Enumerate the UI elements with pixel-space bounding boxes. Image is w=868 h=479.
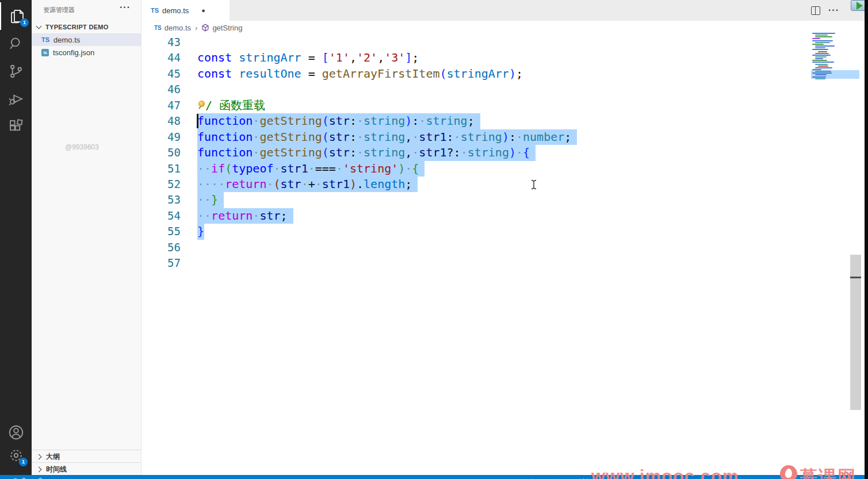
breadcrumb-file[interactable]: demo.ts <box>165 24 191 32</box>
whitespace-dot: · <box>197 177 204 191</box>
breadcrumb[interactable]: TS demo.ts › getString <box>142 21 868 35</box>
screen-edge-strip <box>865 0 868 479</box>
file-item-tsconfig[interactable]: ts tsconfig.json <box>32 46 141 59</box>
code-line[interactable]: 45const resultOne = getArrayFirstItem(st… <box>142 66 865 82</box>
line-text: ··if(typeof·str1·===·'string')·{ <box>197 161 425 177</box>
line-number[interactable]: 43 <box>142 35 197 50</box>
minimap-line <box>812 60 827 61</box>
minimap-line <box>812 40 833 41</box>
code-line[interactable]: 54··return·str; <box>142 208 865 224</box>
whitespace-dot: · <box>516 130 523 144</box>
minimap-line <box>812 72 832 74</box>
whitespace-dot: · <box>336 162 343 175</box>
minimap[interactable] <box>811 32 861 83</box>
settings-badge: 1 <box>19 458 28 466</box>
code-line[interactable]: 52····return·(str·+·str1).length; <box>142 177 865 192</box>
chevron-right-icon <box>36 466 42 472</box>
whitespace-dot: · <box>516 145 523 159</box>
whitespace-dot: · <box>204 209 211 223</box>
folder-header[interactable]: TYPESCRIPT DEMO <box>32 21 141 33</box>
whitespace-dot: · <box>315 177 322 191</box>
scrollbar-thumb[interactable] <box>850 255 861 410</box>
line-text: } <box>197 224 204 239</box>
code-line[interactable]: 44const stringArr = ['1','2','3']; <box>142 50 865 66</box>
minimap-line <box>815 67 832 68</box>
search-icon <box>7 35 25 52</box>
line-number[interactable]: 47 <box>142 98 197 113</box>
line-number[interactable]: 46 <box>142 82 197 97</box>
code-line[interactable]: 56 <box>142 240 865 255</box>
sidebar-header: 资源管理器 ··· <box>32 0 141 20</box>
whitespace-dot: · <box>357 145 364 159</box>
minimap-line <box>815 45 835 47</box>
tab-demo-ts[interactable]: TS demo.ts ● <box>142 0 230 21</box>
line-number[interactable]: 55 <box>142 224 197 239</box>
code-line[interactable]: 55} <box>142 224 865 239</box>
line-number[interactable]: 56 <box>142 240 197 255</box>
activity-settings[interactable]: 1 <box>0 442 32 469</box>
activity-search[interactable] <box>0 30 32 58</box>
editor-more-actions-icon[interactable]: ··· <box>828 5 839 16</box>
sidebar: 资源管理器 ··· TYPESCRIPT DEMO TS demo.ts ts … <box>32 0 142 475</box>
code-line[interactable]: 53··} <box>142 192 865 208</box>
minimap-line <box>815 53 829 54</box>
panel-label: 时间线 <box>46 465 67 474</box>
line-number[interactable]: 54 <box>142 208 197 224</box>
modified-dot-icon[interactable]: ● <box>201 7 205 14</box>
chevron-right-icon <box>36 454 42 459</box>
code-editor[interactable]: 4344const stringArr = ['1','2','3'];45co… <box>142 35 865 475</box>
breadcrumb-symbol[interactable]: getString <box>212 24 242 32</box>
source-control-icon <box>7 63 25 80</box>
mouse-ibeam-cursor <box>530 179 537 190</box>
line-number[interactable]: 51 <box>142 161 197 177</box>
split-editor-icon[interactable] <box>811 6 820 15</box>
whitespace-dot: · <box>419 114 426 128</box>
line-text: const stringArr = ['1','2','3']; <box>197 50 419 66</box>
code-line[interactable]: 48function·getString(str:·string):·strin… <box>142 113 865 129</box>
line-number[interactable]: 44 <box>142 50 197 66</box>
sidebar-title: 资源管理器 <box>43 6 75 14</box>
minimap-line <box>818 66 828 67</box>
code-line[interactable]: 43 <box>142 35 865 50</box>
line-number[interactable]: 45 <box>142 66 197 82</box>
lightbulb-icon[interactable] <box>197 101 205 111</box>
code-line[interactable]: 51··if(typeof·str1·===·'string')·{ <box>142 161 865 177</box>
tab-label: demo.ts <box>162 6 189 15</box>
code-line[interactable]: 57 <box>142 255 865 271</box>
account-icon <box>7 424 25 441</box>
problems-indicator[interactable]: ⊘ 0 △ 0 <box>13 477 43 479</box>
file-name: tsconfig.json <box>53 48 94 57</box>
code-line[interactable]: 49function·getString(str:·string,·str1:·… <box>142 129 865 145</box>
ts-file-icon: TS <box>151 7 159 14</box>
whitespace-dot: · <box>405 162 412 175</box>
activity-explorer[interactable]: 1 <box>0 2 33 30</box>
line-number[interactable]: 49 <box>142 129 197 145</box>
breadcrumb-separator: › <box>195 24 197 32</box>
more-actions-icon[interactable]: ··· <box>120 2 131 13</box>
minimap-line <box>812 76 826 78</box>
activity-source-control[interactable] <box>0 58 32 85</box>
timeline-panel-header[interactable]: 时间线 <box>32 462 141 476</box>
line-number[interactable]: 52 <box>142 177 197 192</box>
code-line[interactable]: 50function·getString(str:·string,·str1?:… <box>142 145 865 160</box>
line-number[interactable]: 48 <box>142 113 197 129</box>
whitespace-dot: · <box>197 162 204 175</box>
whitespace-dot: · <box>454 130 461 144</box>
whitespace-dot: · <box>253 209 259 223</box>
file-item-demo-ts[interactable]: TS demo.ts <box>32 33 141 46</box>
whitespace-dot: · <box>197 193 204 206</box>
whitespace-dot: · <box>301 177 308 191</box>
activity-run-debug[interactable] <box>0 85 32 113</box>
outline-panel-header[interactable]: 大纲 <box>32 450 141 463</box>
whitespace-dot: · <box>308 162 315 175</box>
minimap-line <box>812 49 828 50</box>
code-line[interactable]: 46 <box>142 82 865 97</box>
code-line[interactable]: 47/ 函数重载 <box>142 98 865 113</box>
line-number[interactable]: 57 <box>142 255 197 271</box>
whitespace-dot: · <box>412 130 419 144</box>
activity-extensions[interactable] <box>0 113 32 140</box>
brand-name: 慕课网 <box>800 465 856 479</box>
whitespace-dot: · <box>218 177 225 191</box>
line-number[interactable]: 53 <box>142 192 197 208</box>
line-number[interactable]: 50 <box>142 145 197 160</box>
